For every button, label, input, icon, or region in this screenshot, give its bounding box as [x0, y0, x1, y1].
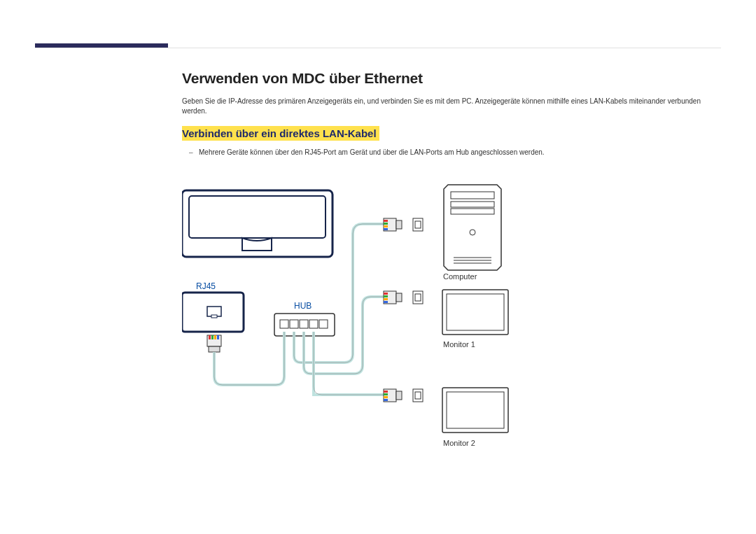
svg-rect-16	[384, 220, 388, 222]
svg-rect-47	[442, 388, 508, 433]
svg-rect-24	[384, 295, 388, 297]
svg-rect-11	[290, 320, 298, 328]
svg-rect-10	[280, 320, 288, 328]
svg-rect-25	[384, 298, 388, 300]
svg-rect-8	[209, 346, 220, 352]
svg-rect-6	[214, 335, 216, 339]
diagram-container: RJ45 HUB Computer Monitor 1 Monitor 2	[182, 178, 546, 472]
svg-rect-45	[442, 290, 508, 335]
svg-rect-12	[300, 320, 308, 328]
rj45-label: RJ45	[196, 281, 216, 291]
svg-rect-36	[413, 389, 423, 402]
svg-rect-17	[384, 223, 388, 225]
svg-rect-23	[384, 293, 388, 295]
monitor2-icon	[442, 388, 508, 433]
svg-rect-33	[384, 396, 388, 398]
svg-rect-26	[384, 301, 388, 303]
svg-rect-31	[384, 391, 388, 393]
ethernet-plug-monitor1-icon	[384, 291, 402, 304]
svg-rect-7	[217, 335, 219, 339]
svg-rect-5	[211, 335, 214, 339]
bullet-1: Mehrere Geräte können über den RJ45-Port…	[189, 148, 721, 157]
section-subtitle: Verbinden über ein direktes LAN-Kabel	[182, 126, 379, 141]
header-line	[35, 48, 721, 48]
svg-rect-28	[413, 291, 423, 304]
monitor2-label: Monitor 2	[443, 439, 475, 447]
rj45-plug-icon	[207, 335, 221, 352]
svg-rect-27	[396, 293, 402, 302]
cable-rj45-hub	[214, 332, 284, 385]
cable-hub-computer	[294, 224, 384, 363]
content-area: Verwenden von MDC über Ethernet Geben Si…	[182, 70, 721, 162]
computer-tower-icon	[444, 185, 501, 270]
connection-diagram-svg	[182, 178, 546, 472]
svg-rect-20	[396, 220, 402, 229]
hub-label: HUB	[294, 301, 312, 311]
monitor1-icon	[442, 290, 508, 335]
monitor1-label: Monitor 1	[443, 340, 475, 349]
svg-rect-34	[384, 399, 388, 401]
svg-rect-32	[384, 393, 388, 395]
svg-rect-18	[384, 225, 388, 227]
svg-rect-19	[384, 228, 388, 230]
computer-label: Computer	[443, 272, 477, 281]
svg-rect-35	[396, 391, 402, 400]
intro-paragraph: Geben Sie die IP-Adresse des primären An…	[182, 97, 721, 116]
display-back-icon	[182, 190, 332, 257]
ethernet-port-icon	[413, 218, 423, 231]
svg-rect-13	[309, 320, 318, 328]
ethernet-plug-monitor2-icon	[384, 389, 402, 402]
svg-rect-4	[209, 335, 211, 339]
svg-rect-0	[189, 196, 326, 238]
svg-rect-14	[319, 320, 328, 328]
page-title: Verwenden von MDC über Ethernet	[182, 70, 721, 87]
svg-rect-2	[211, 315, 217, 318]
ethernet-plug-computer-icon	[384, 218, 402, 231]
